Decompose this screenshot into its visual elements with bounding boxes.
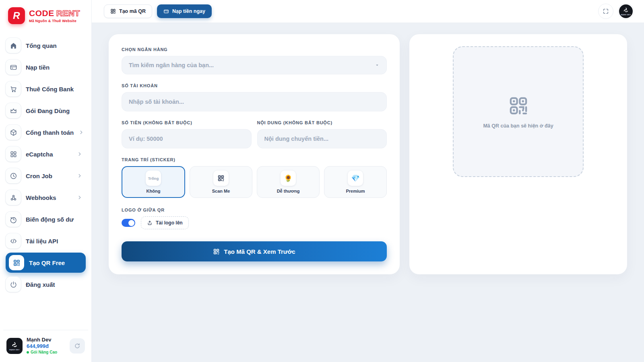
generate-qr-label: Tạo Mã QR & Xem Trước [224, 248, 295, 255]
brand-name-primary: CODE [29, 8, 54, 18]
sticker-option-scan-me[interactable]: Scan Me [190, 166, 252, 198]
sidebar-nav: Tổng quan Nạp tiền Thuê Cổng Bank Gói Đa… [0, 30, 91, 330]
sidebar-item-overview[interactable]: Tổng quan [6, 35, 86, 56]
upload-logo-button[interactable]: Tải logo lên [141, 216, 189, 229]
sticker-thumb-none: Trống [146, 171, 161, 186]
topup-now-button[interactable]: Nạp tiền ngay [157, 4, 212, 18]
sidebar-item-label: Cron Job [26, 173, 72, 179]
refresh-balance-button[interactable] [70, 338, 85, 354]
sticker-option-label: Scan Me [212, 189, 230, 193]
sidebar-item-label: Tổng quan [26, 42, 83, 49]
bank-label: CHỌN NGÂN HÀNG [122, 47, 387, 52]
sidebar-item-cron-job[interactable]: Cron Job [6, 165, 86, 187]
bank-select-placeholder: Tìm kiếm ngân hàng của bạn... [129, 62, 214, 68]
sticker-options: Trống Không Scan Me 🌻 Dễ thương [122, 166, 387, 198]
sticker-option-label: Không [147, 189, 161, 193]
user-name: Mạnh Dev [27, 337, 66, 343]
sidebar-item-label: Thuê Cổng Bank [26, 86, 83, 93]
sidebar-item-label: Tạo QR Free [29, 259, 83, 266]
sticker-label: TRANG TRÍ (STICKER) [122, 157, 387, 162]
amount-label: SỐ TIỀN (KHÔNG BẮT BUỘC) [122, 120, 252, 125]
cute-sticker-icon: 🌻 [281, 171, 296, 186]
brand-logo-icon: R [8, 7, 25, 24]
sidebar-item-create-qr-free[interactable]: Tạo QR Free [6, 253, 86, 273]
brand-logo[interactable]: R CODE RENT Mã Nguồn & Thuê Website [0, 0, 91, 30]
fullscreen-icon [603, 8, 609, 14]
account-label: SỐ TÀI KHOẢN [122, 83, 387, 88]
sticker-option-cute[interactable]: 🌻 Dễ thương [257, 166, 320, 198]
logo-center-label: LOGO Ở GIỮA QR [122, 208, 387, 212]
sidebar-item-label: Webhooks [26, 194, 72, 201]
topbar: Tạo mã QR Nạp tiền ngay MẠNH DEV [92, 0, 644, 23]
fullscreen-button[interactable] [598, 4, 613, 19]
refresh-icon [74, 343, 80, 349]
amount-input[interactable] [122, 129, 252, 148]
credit-card-icon [6, 60, 21, 75]
sticker-emoji: 🌻 [284, 174, 292, 183]
history-icon [6, 212, 21, 227]
logo-toggle[interactable] [122, 219, 135, 227]
sidebar-item-logout[interactable]: Đăng xuất [6, 274, 86, 295]
chevron-right-icon [77, 151, 83, 157]
sidebar-item-api-docs[interactable]: Tài liệu API [6, 230, 86, 252]
cart-icon [6, 81, 21, 97]
user-balance: 644,999đ [27, 343, 66, 350]
bank-select[interactable]: Tìm kiếm ngân hàng của bạn... [122, 56, 387, 74]
sticker-option-premium[interactable]: 💎 Premium [324, 166, 387, 198]
sidebar-item-current-plan[interactable]: Gói Đang Dùng [6, 100, 86, 121]
main-area: Tạo mã QR Nạp tiền ngay MẠNH DEV CHỌN NG… [92, 0, 644, 362]
sidebar-item-balance-history[interactable]: Biến động số dư [6, 208, 86, 230]
wallet-icon [163, 8, 169, 14]
content-label: NỘI DUNG (KHÔNG BẮT BUỘC) [257, 120, 387, 125]
avatar-logo-icon [623, 7, 629, 13]
sidebar-item-rent-bank[interactable]: Thuê Cổng Bank [6, 78, 86, 100]
status-dot [27, 351, 29, 354]
sticker-option-label: Dễ thương [277, 189, 300, 193]
sidebar-item-webhooks[interactable]: Webhooks [6, 187, 86, 208]
sticker-emoji: 💎 [351, 174, 359, 183]
upload-icon [147, 220, 153, 226]
create-qr-label: Tạo mã QR [119, 8, 146, 14]
qr-preview-placeholder: Mã QR của bạn sẽ hiện ở đây [453, 46, 584, 177]
sidebar-item-label: Cổng thanh toán [26, 129, 74, 136]
package-icon [6, 125, 21, 140]
clock-icon [6, 168, 21, 183]
brand-tagline: Mã Nguồn & Thuê Website [29, 19, 80, 23]
sidebar-item-label: eCaptcha [26, 151, 72, 158]
sidebar-item-payment-gateway[interactable]: Cổng thanh toán [6, 121, 86, 143]
qr-icon [508, 95, 529, 117]
user-plan-badge: Gói Nâng Cao [27, 350, 66, 355]
qr-form-card: CHỌN NGÂN HÀNG Tìm kiếm ngân hàng của bạ… [109, 34, 400, 274]
qr-icon [213, 248, 220, 255]
account-number-input[interactable] [122, 92, 387, 111]
transfer-content-input[interactable] [257, 129, 387, 148]
webhook-icon [6, 190, 21, 205]
qr-icon [110, 8, 116, 14]
power-icon [6, 277, 21, 292]
sidebar-item-ecaptcha[interactable]: eCaptcha [6, 143, 86, 165]
qr-icon [9, 255, 24, 270]
toggle-knob [128, 220, 134, 226]
topbar-avatar[interactable]: MẠNH DEV [618, 4, 634, 19]
chevron-right-icon [77, 173, 83, 179]
sidebar-item-label: Gói Đang Dùng [26, 107, 83, 114]
diamond-icon: 💎 [348, 171, 363, 186]
code-icon [6, 233, 21, 249]
crown-icon [6, 103, 21, 118]
topup-now-label: Nạp tiền ngay [172, 8, 205, 14]
generate-qr-button[interactable]: Tạo Mã QR & Xem Trước [122, 241, 387, 261]
avatar-text: MẠNH DEV [9, 349, 19, 351]
dropdown-caret-icon [375, 63, 380, 68]
chevron-right-icon [77, 195, 83, 200]
sidebar-item-label: Biến động số dư [26, 216, 83, 223]
qr-preview-card: Mã QR của bạn sẽ hiện ở đây [409, 34, 627, 274]
user-avatar[interactable]: MẠNH DEV [6, 338, 23, 354]
create-qr-button[interactable]: Tạo mã QR [104, 4, 152, 18]
home-icon [6, 38, 21, 53]
qr-preview-text: Mã QR của bạn sẽ hiện ở đây [483, 123, 553, 129]
upload-logo-label: Tải logo lên [156, 220, 183, 226]
sidebar-item-topup[interactable]: Nạp tiền [6, 56, 86, 78]
grid-icon [6, 146, 21, 162]
page-content: CHỌN NGÂN HÀNG Tìm kiếm ngân hàng của bạ… [92, 23, 644, 286]
sticker-option-none[interactable]: Trống Không [122, 166, 185, 198]
